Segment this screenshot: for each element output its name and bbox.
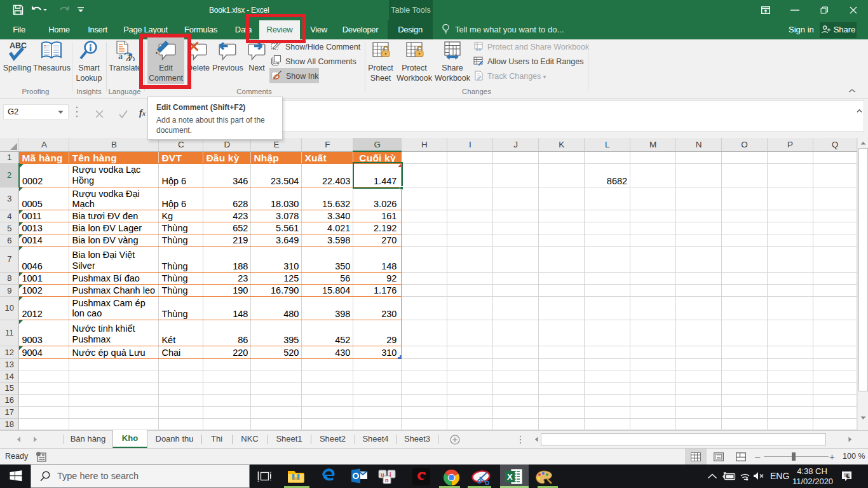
svg-text:u: u <box>381 471 384 478</box>
svg-text:X: X <box>507 472 513 482</box>
svg-text:a: a <box>118 51 123 61</box>
svg-text:n: n <box>385 477 389 484</box>
svg-text:ABC: ABC <box>10 41 27 50</box>
svg-text:i: i <box>390 471 391 478</box>
